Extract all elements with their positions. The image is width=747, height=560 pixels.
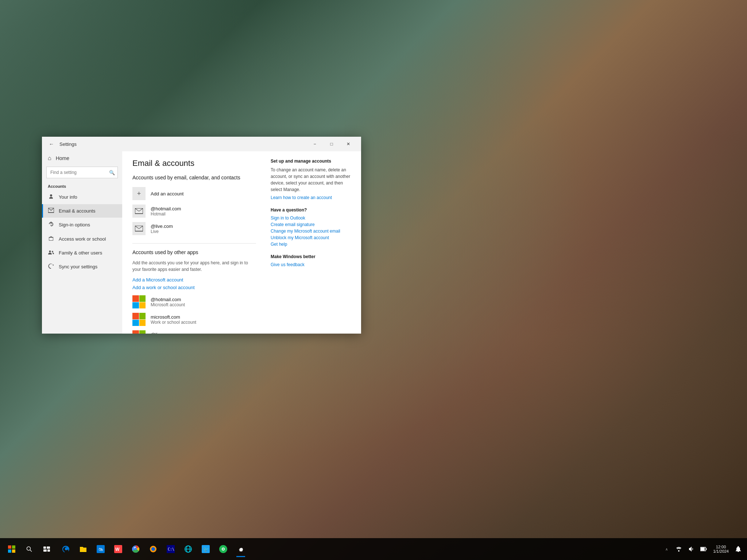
svg-rect-3 <box>12 549 15 553</box>
right-panel: Set up and manage accounts To change an … <box>271 159 351 326</box>
tray-volume[interactable] <box>685 543 697 555</box>
sidebar-home-button[interactable]: ⌂ Home <box>42 151 122 165</box>
sign-in-label: Sign-in options <box>59 222 90 228</box>
sidebar-item-email-accounts[interactable]: Email & accounts <box>42 204 122 218</box>
task-view-button[interactable] <box>38 540 55 558</box>
system-tray: ∧ 12:00 1/1/2024 <box>661 543 744 555</box>
taskbar-wps[interactable]: W <box>109 540 127 558</box>
sync-label: Sync your settings <box>59 264 97 269</box>
hotmail-icon <box>132 205 146 218</box>
taskbar-cmd[interactable]: C:\ <box>162 540 179 558</box>
setup-body: To change an account name, delete an acc… <box>271 167 351 193</box>
content-left: Email & accounts Accounts used by email,… <box>132 159 256 326</box>
taskbar-chrome[interactable] <box>127 540 144 558</box>
setup-title: Set up and manage accounts <box>271 159 351 164</box>
svg-rect-9 <box>47 549 50 552</box>
family-icon <box>48 250 54 256</box>
svg-rect-30 <box>706 548 707 550</box>
svg-point-18 <box>151 547 155 551</box>
hotmail-address: @hotmail.com <box>151 206 181 211</box>
sidebar-home-label: Home <box>56 155 69 161</box>
other-account-1[interactable]: @hotmail.com Microsoft account <box>132 293 256 311</box>
question-title: Have a question? <box>271 207 351 213</box>
add-work-school-link[interactable]: Add a work or school account <box>132 285 256 290</box>
taskbar-settings[interactable] <box>232 540 249 558</box>
sidebar-item-your-info[interactable]: Your info <box>42 190 122 204</box>
your-info-label: Your info <box>59 194 77 200</box>
search-icon: 🔍 <box>109 170 115 175</box>
sidebar-item-family[interactable]: Family & other users <box>42 246 122 260</box>
ms-icon-2 <box>132 313 146 326</box>
live-icon <box>132 222 146 235</box>
svg-rect-1 <box>12 545 15 549</box>
live-account-text: @live.com Live <box>151 223 173 234</box>
other-apps-section-title: Accounts used by other apps <box>132 249 256 255</box>
change-ms-email-link[interactable]: Change my Microsoft account email <box>271 229 351 234</box>
sign-in-icon <box>48 221 54 228</box>
sidebar-item-sync[interactable]: Sync your settings <box>42 260 122 274</box>
taskbar-firefox[interactable] <box>144 540 162 558</box>
feedback-link[interactable]: Give us feedback <box>271 262 351 267</box>
window-title: Settings <box>59 141 306 147</box>
create-email-sig-link[interactable]: Create email signature <box>271 222 351 227</box>
sidebar-item-access-work[interactable]: Access work or school <box>42 232 122 246</box>
get-help-link[interactable]: Get help <box>271 242 351 247</box>
taskbar-apps: 🛍 W <box>57 540 661 558</box>
title-bar: ← Settings − □ ✕ <box>42 137 361 151</box>
svg-point-28 <box>222 548 224 550</box>
svg-rect-2 <box>8 549 11 553</box>
search-button[interactable] <box>20 540 38 558</box>
live-account-item[interactable]: @live.com Live <box>132 220 256 237</box>
setup-link[interactable]: Learn how to create an account <box>271 195 351 200</box>
taskbar-explorer[interactable] <box>74 540 92 558</box>
svg-rect-8 <box>43 549 47 552</box>
taskbar-bird[interactable]: 🐦 <box>197 540 214 558</box>
other-account-1-address: @hotmail.com <box>151 297 185 302</box>
hotmail-account-item[interactable]: @hotmail.com Hotmail <box>132 202 256 220</box>
sidebar: ⌂ Home 🔍 Accounts Your info Email & acco… <box>42 151 122 334</box>
settings-window: ← Settings − □ ✕ ⌂ Home 🔍 Accounts <box>42 137 361 334</box>
tray-clock[interactable]: 12:00 1/1/2024 <box>710 545 732 553</box>
sidebar-section-title: Accounts <box>42 181 122 190</box>
start-button[interactable] <box>3 540 20 558</box>
other-account-3[interactable]: @live.com Microsoft account <box>132 328 256 334</box>
other-apps-description: Add the accounts you use for your apps h… <box>132 260 256 273</box>
window-body: ⌂ Home 🔍 Accounts Your info Email & acco… <box>42 151 361 334</box>
sign-in-outlook-link[interactable]: Sign in to Outlook <box>271 215 351 221</box>
svg-text:C:\: C:\ <box>168 547 174 551</box>
feedback-title: Make Windows better <box>271 254 351 259</box>
other-account-2-address: microsoft.com <box>151 314 196 320</box>
add-account-item[interactable]: + Add an account <box>132 185 256 202</box>
email-accounts-icon <box>48 208 54 214</box>
minimize-button[interactable]: − <box>306 138 323 150</box>
taskbar-edge[interactable] <box>57 540 74 558</box>
search-input[interactable] <box>46 167 118 178</box>
taskbar-store[interactable]: 🛍 <box>92 540 109 558</box>
other-account-2[interactable]: microsoft.com Work or school account <box>132 311 256 328</box>
tray-notification[interactable] <box>732 543 744 555</box>
other-account-1-text: @hotmail.com Microsoft account <box>151 297 185 307</box>
close-button[interactable]: ✕ <box>340 138 357 150</box>
svg-rect-31 <box>701 548 705 551</box>
section-divider-1 <box>132 243 256 244</box>
taskbar-music[interactable] <box>214 540 232 558</box>
email-section-title: Accounts used by email, calendar, and co… <box>132 175 256 180</box>
tray-expand[interactable]: ∧ <box>661 543 672 555</box>
home-icon: ⌂ <box>48 155 51 162</box>
svg-text:🐦: 🐦 <box>203 546 209 552</box>
add-microsoft-account-link[interactable]: Add a Microsoft account <box>132 277 256 283</box>
tray-network[interactable] <box>673 543 685 555</box>
svg-rect-7 <box>47 547 50 549</box>
email-accounts-label: Email & accounts <box>59 208 95 214</box>
family-label: Family & other users <box>59 250 102 256</box>
unblock-ms-link[interactable]: Unblock my Microsoft account <box>271 235 351 240</box>
maximize-button[interactable]: □ <box>323 138 340 150</box>
tray-time-value: 12:00 <box>716 545 726 549</box>
sidebar-item-sign-in[interactable]: Sign-in options <box>42 218 122 232</box>
back-button[interactable]: ← <box>46 139 57 149</box>
ms-icon-1 <box>132 295 146 308</box>
tray-battery[interactable] <box>698 543 709 555</box>
taskbar-ie[interactable] <box>179 540 197 558</box>
hotmail-provider: Hotmail <box>151 211 181 217</box>
sidebar-search-container: 🔍 <box>46 167 118 178</box>
